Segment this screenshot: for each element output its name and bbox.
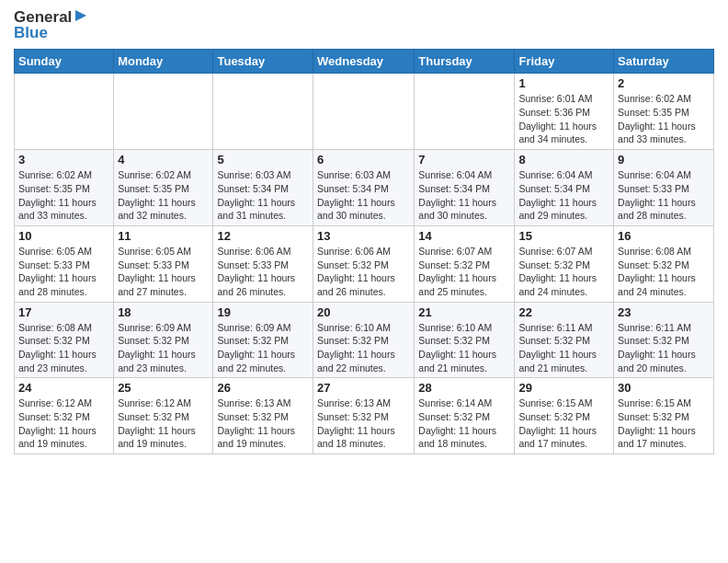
svg-marker-0 xyxy=(75,10,86,21)
calendar-cell: 7Sunrise: 6:04 AMSunset: 5:34 PMDaylight… xyxy=(415,150,515,226)
day-info: Sunrise: 6:03 AMSunset: 5:34 PMDaylight:… xyxy=(217,168,309,223)
calendar-cell: 25Sunrise: 6:12 AMSunset: 5:32 PMDayligh… xyxy=(114,378,213,454)
day-number: 9 xyxy=(618,153,710,167)
calendar-cell: 27Sunrise: 6:13 AMSunset: 5:32 PMDayligh… xyxy=(313,378,415,454)
day-info: Sunrise: 6:11 AMSunset: 5:32 PMDaylight:… xyxy=(518,321,609,375)
calendar-cell: 13Sunrise: 6:06 AMSunset: 5:32 PMDayligh… xyxy=(313,225,415,302)
calendar-cell: 9Sunrise: 6:04 AMSunset: 5:33 PMDaylight… xyxy=(614,150,714,226)
day-number: 23 xyxy=(618,305,710,319)
day-info: Sunrise: 6:02 AMSunset: 5:35 PMDaylight:… xyxy=(18,168,109,223)
day-info: Sunrise: 6:06 AMSunset: 5:32 PMDaylight:… xyxy=(317,245,410,299)
day-number: 17 xyxy=(18,305,109,319)
logo-blue: Blue xyxy=(14,25,88,42)
calendar-table: SundayMondayTuesdayWednesdayThursdayFrid… xyxy=(14,49,714,454)
day-info: Sunrise: 6:09 AMSunset: 5:32 PMDaylight:… xyxy=(217,321,309,375)
day-number: 22 xyxy=(518,305,609,319)
weekday-thursday: Thursday xyxy=(415,50,515,74)
day-number: 1 xyxy=(518,76,609,90)
calendar-cell: 15Sunrise: 6:07 AMSunset: 5:32 PMDayligh… xyxy=(515,225,614,302)
day-number: 3 xyxy=(18,153,109,167)
day-info: Sunrise: 6:04 AMSunset: 5:34 PMDaylight:… xyxy=(518,168,609,223)
day-info: Sunrise: 6:09 AMSunset: 5:32 PMDaylight:… xyxy=(118,321,209,375)
day-number: 21 xyxy=(418,305,510,319)
day-info: Sunrise: 6:12 AMSunset: 5:32 PMDaylight:… xyxy=(118,396,209,451)
day-info: Sunrise: 6:10 AMSunset: 5:32 PMDaylight:… xyxy=(317,321,410,375)
day-number: 12 xyxy=(217,229,309,243)
day-number: 28 xyxy=(418,381,510,395)
day-info: Sunrise: 6:06 AMSunset: 5:33 PMDaylight:… xyxy=(217,245,309,299)
calendar-cell: 10Sunrise: 6:05 AMSunset: 5:33 PMDayligh… xyxy=(15,225,114,302)
day-number: 15 xyxy=(518,229,609,243)
calendar-cell: 3Sunrise: 6:02 AMSunset: 5:35 PMDaylight… xyxy=(15,150,114,226)
calendar-cell xyxy=(313,74,415,150)
day-number: 7 xyxy=(418,153,510,167)
day-number: 26 xyxy=(217,381,309,395)
day-number: 24 xyxy=(18,381,109,395)
calendar-cell: 6Sunrise: 6:03 AMSunset: 5:34 PMDaylight… xyxy=(313,150,415,226)
day-info: Sunrise: 6:15 AMSunset: 5:32 PMDaylight:… xyxy=(518,396,609,451)
day-number: 16 xyxy=(618,229,710,243)
day-info: Sunrise: 6:14 AMSunset: 5:32 PMDaylight:… xyxy=(418,396,510,451)
calendar-cell xyxy=(415,74,515,150)
day-info: Sunrise: 6:13 AMSunset: 5:32 PMDaylight:… xyxy=(317,396,410,451)
day-info: Sunrise: 6:07 AMSunset: 5:32 PMDaylight:… xyxy=(518,245,609,299)
day-number: 2 xyxy=(618,76,710,90)
logo-arrow-icon xyxy=(74,8,88,23)
calendar-cell: 1Sunrise: 6:01 AMSunset: 5:36 PMDaylight… xyxy=(515,74,614,150)
day-info: Sunrise: 6:13 AMSunset: 5:32 PMDaylight:… xyxy=(217,396,309,451)
day-info: Sunrise: 6:08 AMSunset: 5:32 PMDaylight:… xyxy=(618,245,710,299)
week-row-4: 17Sunrise: 6:08 AMSunset: 5:32 PMDayligh… xyxy=(15,302,714,378)
calendar-cell xyxy=(15,74,114,150)
day-number: 11 xyxy=(118,229,209,243)
calendar-cell xyxy=(114,74,213,150)
day-number: 20 xyxy=(317,305,410,319)
week-row-1: 1Sunrise: 6:01 AMSunset: 5:36 PMDaylight… xyxy=(15,74,714,150)
day-number: 13 xyxy=(317,229,410,243)
logo: General Blue xyxy=(14,9,88,41)
day-info: Sunrise: 6:02 AMSunset: 5:35 PMDaylight:… xyxy=(118,168,209,223)
calendar-cell: 14Sunrise: 6:07 AMSunset: 5:32 PMDayligh… xyxy=(415,225,515,302)
calendar-cell: 2Sunrise: 6:02 AMSunset: 5:35 PMDaylight… xyxy=(614,74,714,150)
day-number: 18 xyxy=(118,305,209,319)
day-number: 29 xyxy=(518,381,609,395)
day-number: 30 xyxy=(618,381,710,395)
calendar-cell: 17Sunrise: 6:08 AMSunset: 5:32 PMDayligh… xyxy=(15,302,114,378)
day-info: Sunrise: 6:07 AMSunset: 5:32 PMDaylight:… xyxy=(418,245,510,299)
weekday-wednesday: Wednesday xyxy=(313,50,415,74)
logo-text-block: General Blue xyxy=(14,9,88,41)
page: General Blue SundayMondayTuesdayWednesda… xyxy=(0,0,728,464)
calendar-cell: 5Sunrise: 6:03 AMSunset: 5:34 PMDaylight… xyxy=(213,150,313,226)
day-number: 6 xyxy=(317,153,410,167)
day-number: 14 xyxy=(418,229,510,243)
day-info: Sunrise: 6:04 AMSunset: 5:33 PMDaylight:… xyxy=(618,168,710,223)
day-info: Sunrise: 6:04 AMSunset: 5:34 PMDaylight:… xyxy=(418,168,510,223)
day-number: 27 xyxy=(317,381,410,395)
calendar-cell: 21Sunrise: 6:10 AMSunset: 5:32 PMDayligh… xyxy=(415,302,515,378)
day-number: 10 xyxy=(18,229,109,243)
calendar-cell: 11Sunrise: 6:05 AMSunset: 5:33 PMDayligh… xyxy=(114,225,213,302)
calendar-cell: 8Sunrise: 6:04 AMSunset: 5:34 PMDaylight… xyxy=(515,150,614,226)
day-number: 5 xyxy=(217,153,309,167)
day-info: Sunrise: 6:03 AMSunset: 5:34 PMDaylight:… xyxy=(317,168,410,223)
calendar-cell: 30Sunrise: 6:15 AMSunset: 5:32 PMDayligh… xyxy=(614,378,714,454)
calendar-cell: 16Sunrise: 6:08 AMSunset: 5:32 PMDayligh… xyxy=(614,225,714,302)
calendar-cell: 18Sunrise: 6:09 AMSunset: 5:32 PMDayligh… xyxy=(114,302,213,378)
calendar-cell: 29Sunrise: 6:15 AMSunset: 5:32 PMDayligh… xyxy=(515,378,614,454)
week-row-5: 24Sunrise: 6:12 AMSunset: 5:32 PMDayligh… xyxy=(15,378,714,454)
calendar-cell: 19Sunrise: 6:09 AMSunset: 5:32 PMDayligh… xyxy=(213,302,313,378)
calendar-cell: 4Sunrise: 6:02 AMSunset: 5:35 PMDaylight… xyxy=(114,150,213,226)
header: General Blue xyxy=(14,9,714,41)
calendar-cell: 28Sunrise: 6:14 AMSunset: 5:32 PMDayligh… xyxy=(415,378,515,454)
calendar-cell xyxy=(213,74,313,150)
day-info: Sunrise: 6:10 AMSunset: 5:32 PMDaylight:… xyxy=(418,321,510,375)
day-info: Sunrise: 6:12 AMSunset: 5:32 PMDaylight:… xyxy=(18,396,109,451)
day-info: Sunrise: 6:08 AMSunset: 5:32 PMDaylight:… xyxy=(18,321,109,375)
calendar-cell: 24Sunrise: 6:12 AMSunset: 5:32 PMDayligh… xyxy=(15,378,114,454)
calendar-cell: 22Sunrise: 6:11 AMSunset: 5:32 PMDayligh… xyxy=(515,302,614,378)
day-number: 25 xyxy=(118,381,209,395)
day-info: Sunrise: 6:05 AMSunset: 5:33 PMDaylight:… xyxy=(118,245,209,299)
day-number: 4 xyxy=(118,153,209,167)
day-info: Sunrise: 6:02 AMSunset: 5:35 PMDaylight:… xyxy=(618,92,710,146)
weekday-monday: Monday xyxy=(114,50,213,74)
calendar-cell: 20Sunrise: 6:10 AMSunset: 5:32 PMDayligh… xyxy=(313,302,415,378)
